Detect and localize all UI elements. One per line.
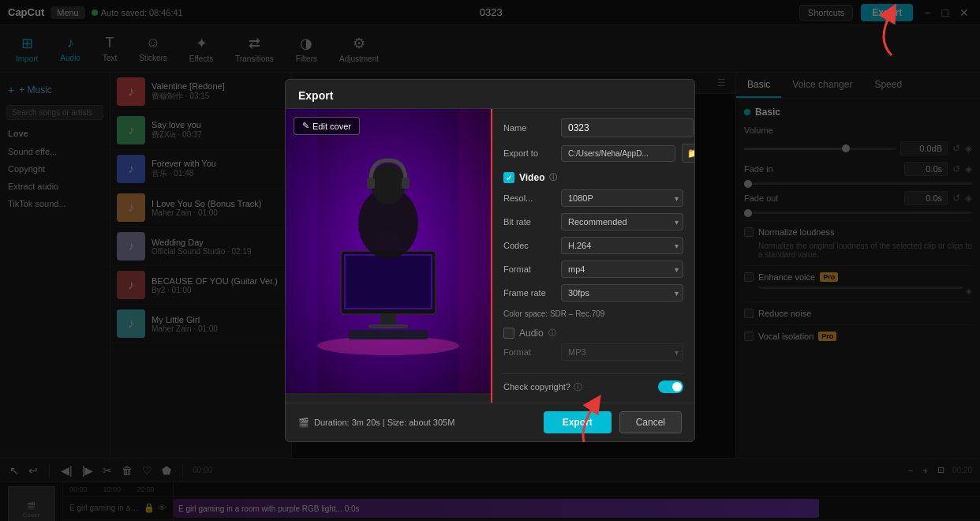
format-select-wrapper: mp4 mov avi <box>561 260 683 278</box>
copyright-row: Check copyright? ⓘ <box>503 373 683 393</box>
dialog-header: Export <box>286 80 694 109</box>
name-label: Name <box>503 123 555 133</box>
svg-rect-12 <box>286 109 317 393</box>
codec-label: Codec <box>503 241 555 250</box>
toggle-knob <box>672 382 682 392</box>
video-info-icon: ⓘ <box>549 172 557 183</box>
resolution-row: Resol... 1080P 720P 480P 2K 4K <box>503 189 683 207</box>
browse-button[interactable]: 📁 <box>682 144 694 163</box>
bitrate-select-wrapper: Recommended Low Medium High <box>561 213 683 231</box>
name-row: Name <box>503 118 683 137</box>
copyright-toggle[interactable] <box>658 380 683 393</box>
resolution-label: Resol... <box>503 193 555 203</box>
footer-buttons: Export Cancel <box>544 411 682 433</box>
svg-rect-11 <box>402 178 410 189</box>
bitrate-row: Bit rate Recommended Low Medium High <box>503 213 683 231</box>
codec-row: Codec H.264 H.265 ProRes <box>503 237 683 254</box>
audio-format-select[interactable]: MP3 AAC WAV <box>561 343 683 361</box>
export-path-input[interactable] <box>561 145 675 162</box>
copyright-info-icon: ⓘ <box>574 381 582 393</box>
cancel-button[interactable]: Cancel <box>619 411 682 433</box>
audio-header: Audio ⓘ <box>503 328 683 339</box>
dialog-cover-bg <box>286 109 491 393</box>
edit-cover-button[interactable]: ✎ Edit cover <box>294 117 360 135</box>
bitrate-label: Bit rate <box>503 217 555 227</box>
dialog-form: Name Export to 📁 ✓ Video ⓘ Resol.. <box>491 109 694 403</box>
format-select[interactable]: mp4 mov avi <box>561 260 683 278</box>
format-label: Format <box>503 264 555 274</box>
export-to-row: Export to 📁 <box>503 144 683 163</box>
framerate-select[interactable]: 30fps 24fps 25fps 50fps 60fps <box>561 284 683 302</box>
codec-select-wrapper: H.264 H.265 ProRes <box>561 237 683 254</box>
dialog-cover: ✎ Edit cover <box>286 109 491 393</box>
pencil-icon: ✎ <box>302 121 309 131</box>
video-section-header: ✓ Video ⓘ <box>503 172 683 183</box>
color-space-label: Color space: SDR – Rec.709 <box>503 309 604 318</box>
dialog-footer: 🎬 Duration: 3m 20s | Size: about 305M Ex… <box>286 403 694 441</box>
framerate-select-wrapper: 30fps 24fps 25fps 50fps 60fps <box>561 284 683 302</box>
footer-info: 🎬 Duration: 3m 20s | Size: about 305M <box>298 418 454 428</box>
bitrate-select[interactable]: Recommended Low Medium High <box>561 213 683 231</box>
audio-info-icon: ⓘ <box>548 328 556 339</box>
svg-point-9 <box>371 163 406 204</box>
name-input[interactable] <box>561 118 694 137</box>
resolution-select[interactable]: 1080P 720P 480P 2K 4K <box>561 189 683 207</box>
svg-rect-5 <box>380 314 396 326</box>
svg-rect-7 <box>349 330 428 339</box>
svg-rect-13 <box>459 109 491 393</box>
format-row: Format mp4 mov avi <box>503 260 683 278</box>
video-file-icon: 🎬 <box>298 418 309 428</box>
audio-format-label: Format <box>503 347 555 357</box>
color-space-row: Color space: SDR – Rec.709 <box>503 309 683 318</box>
cover-art-svg <box>286 109 491 393</box>
svg-rect-3 <box>345 255 432 309</box>
modal-overlay: Export <box>0 0 980 521</box>
export-button[interactable]: Export <box>544 411 612 433</box>
svg-rect-6 <box>368 324 408 328</box>
audio-format-row: Format MP3 AAC WAV <box>503 343 683 361</box>
audio-format-select-wrapper: MP3 AAC WAV <box>561 343 683 361</box>
framerate-row: Frame rate 30fps 24fps 25fps 50fps 60fps <box>503 284 683 302</box>
dialog-body: ✎ Edit cover Name Export to 📁 <box>286 109 694 403</box>
audio-checkbox[interactable] <box>503 328 514 339</box>
svg-rect-10 <box>367 178 375 189</box>
video-checkbox[interactable]: ✓ <box>503 172 514 183</box>
copyright-label: Check copyright? ⓘ <box>503 381 582 393</box>
framerate-label: Frame rate <box>503 288 555 298</box>
export-dialog: Export <box>285 79 695 442</box>
red-arrow-top <box>829 0 923 63</box>
duration-size-label: Duration: 3m 20s | Size: about 305M <box>314 418 454 427</box>
export-to-label: Export to <box>503 148 555 158</box>
resolution-select-wrapper: 1080P 720P 480P 2K 4K <box>561 189 683 207</box>
audio-section: Audio ⓘ Format MP3 AAC WAV <box>503 328 683 361</box>
codec-select[interactable]: H.264 H.265 ProRes <box>561 237 683 254</box>
